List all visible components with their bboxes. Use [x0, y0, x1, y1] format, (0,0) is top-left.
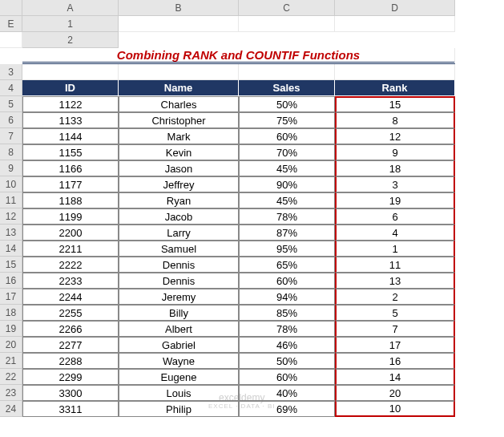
row-header-13[interactable]: 13 [0, 225, 22, 241]
cell-rank[interactable]: 3 [335, 176, 455, 192]
row-header-8[interactable]: 8 [0, 144, 22, 160]
cell-sales[interactable]: 75% [239, 112, 335, 128]
row-header-16[interactable]: 16 [0, 273, 22, 289]
cell-id[interactable]: 2288 [22, 353, 119, 369]
cell-name[interactable]: Louis [119, 385, 239, 401]
blank[interactable] [0, 32, 22, 48]
row-header-2[interactable]: 2 [22, 32, 119, 48]
col-header-A[interactable]: A [22, 0, 119, 16]
cell-rank[interactable]: 19 [335, 192, 455, 208]
cell-id[interactable]: 1122 [22, 96, 119, 112]
cell-rank[interactable]: 14 [335, 369, 455, 385]
cell-id[interactable]: 2222 [22, 257, 119, 273]
cell-rank[interactable]: 10 [335, 401, 455, 417]
cell-rank[interactable]: 1 [335, 241, 455, 257]
cell-rank[interactable]: 5 [335, 305, 455, 321]
cell-sales[interactable]: 78% [239, 321, 335, 337]
cell-name[interactable]: Philip [119, 401, 239, 417]
cell-sales[interactable]: 85% [239, 305, 335, 321]
cell-id[interactable]: 1199 [22, 208, 119, 225]
cell-name[interactable]: Wayne [119, 353, 239, 369]
cell-rank[interactable]: 16 [335, 353, 455, 369]
cell-rank[interactable]: 2 [335, 289, 455, 305]
cell-id[interactable]: 2299 [22, 369, 119, 385]
cell-name[interactable]: Jeffrey [119, 176, 239, 192]
row-header-14[interactable]: 14 [0, 241, 22, 257]
row-header-4[interactable]: 4 [0, 80, 22, 96]
cell-sales[interactable]: 60% [239, 128, 335, 144]
cell-name[interactable]: Mark [119, 128, 239, 144]
cell-sales[interactable]: 95% [239, 241, 335, 257]
cell-rank[interactable]: 8 [335, 112, 455, 128]
row-header-3[interactable]: 3 [0, 64, 22, 80]
cell-sales[interactable]: 65% [239, 257, 335, 273]
cell-sales[interactable]: 94% [239, 289, 335, 305]
cell-id[interactable]: 1177 [22, 176, 119, 192]
cell-name[interactable]: Albert [119, 321, 239, 337]
cell-name[interactable]: Larry [119, 225, 239, 241]
col-header-C[interactable]: C [239, 0, 335, 16]
row-header-19[interactable]: 19 [0, 321, 22, 337]
spreadsheet-grid[interactable]: ABCDE12Combining RANK and COUNTIF Functi… [0, 0, 504, 417]
col-header-B[interactable]: B [119, 0, 239, 16]
cell-id[interactable]: 1166 [22, 160, 119, 176]
cell-id[interactable]: 2233 [22, 273, 119, 289]
cell-id[interactable]: 2266 [22, 321, 119, 337]
cell-id[interactable]: 1155 [22, 144, 119, 160]
cell-rank[interactable]: 13 [335, 273, 455, 289]
blank[interactable] [335, 16, 455, 32]
blank[interactable] [239, 64, 335, 80]
col-header-D[interactable]: D [335, 0, 455, 16]
cell-sales[interactable]: 69% [239, 401, 335, 417]
cell-name[interactable]: Samuel [119, 241, 239, 257]
cell-name[interactable]: Ryan [119, 192, 239, 208]
cell-name[interactable]: Kevin [119, 144, 239, 160]
cell-rank[interactable]: 18 [335, 160, 455, 176]
row-header-15[interactable]: 15 [0, 257, 22, 273]
cell-id[interactable]: 1133 [22, 112, 119, 128]
row-header-24[interactable]: 24 [0, 401, 22, 417]
cell-sales[interactable]: 60% [239, 273, 335, 289]
row-header-18[interactable]: 18 [0, 305, 22, 321]
cell-rank[interactable]: 15 [335, 96, 455, 112]
cell-id[interactable]: 3311 [22, 401, 119, 417]
cell-name[interactable]: Billy [119, 305, 239, 321]
cell-name[interactable]: Christopher [119, 112, 239, 128]
cell-id[interactable]: 2244 [22, 289, 119, 305]
row-header-10[interactable]: 10 [0, 176, 22, 192]
cell-name[interactable]: Jeremy [119, 289, 239, 305]
cell-sales[interactable]: 50% [239, 353, 335, 369]
blank[interactable] [239, 16, 335, 32]
cell-rank[interactable]: 11 [335, 257, 455, 273]
cell-sales[interactable]: 46% [239, 337, 335, 353]
row-header-12[interactable]: 12 [0, 208, 22, 225]
cell-sales[interactable]: 78% [239, 208, 335, 225]
cell-sales[interactable]: 45% [239, 192, 335, 208]
cell-rank[interactable]: 12 [335, 128, 455, 144]
row-header-7[interactable]: 7 [0, 128, 22, 144]
cell-id[interactable]: 2211 [22, 241, 119, 257]
cell-name[interactable]: Dennis [119, 257, 239, 273]
cell-id[interactable]: 1188 [22, 192, 119, 208]
cell-rank[interactable]: 9 [335, 144, 455, 160]
cell-id[interactable]: 3300 [22, 385, 119, 401]
cell-sales[interactable]: 50% [239, 96, 335, 112]
cell-sales[interactable]: 40% [239, 385, 335, 401]
cell-name[interactable]: Eugene [119, 369, 239, 385]
cell-rank[interactable]: 20 [335, 385, 455, 401]
cell-rank[interactable]: 7 [335, 321, 455, 337]
cell-rank[interactable]: 6 [335, 208, 455, 225]
row-header-23[interactable]: 23 [0, 385, 22, 401]
col-header-E[interactable]: E [0, 16, 22, 32]
cell-name[interactable]: Gabriel [119, 337, 239, 353]
cell-sales[interactable]: 60% [239, 369, 335, 385]
row-header-22[interactable]: 22 [0, 369, 22, 385]
row-header-11[interactable]: 11 [0, 192, 22, 208]
cell-sales[interactable]: 87% [239, 225, 335, 241]
row-header-6[interactable]: 6 [0, 112, 22, 128]
cell-id[interactable]: 2255 [22, 305, 119, 321]
cell-a1[interactable] [119, 16, 239, 32]
blank[interactable] [22, 64, 119, 80]
row-header-9[interactable]: 9 [0, 160, 22, 176]
cell-id[interactable]: 2277 [22, 337, 119, 353]
